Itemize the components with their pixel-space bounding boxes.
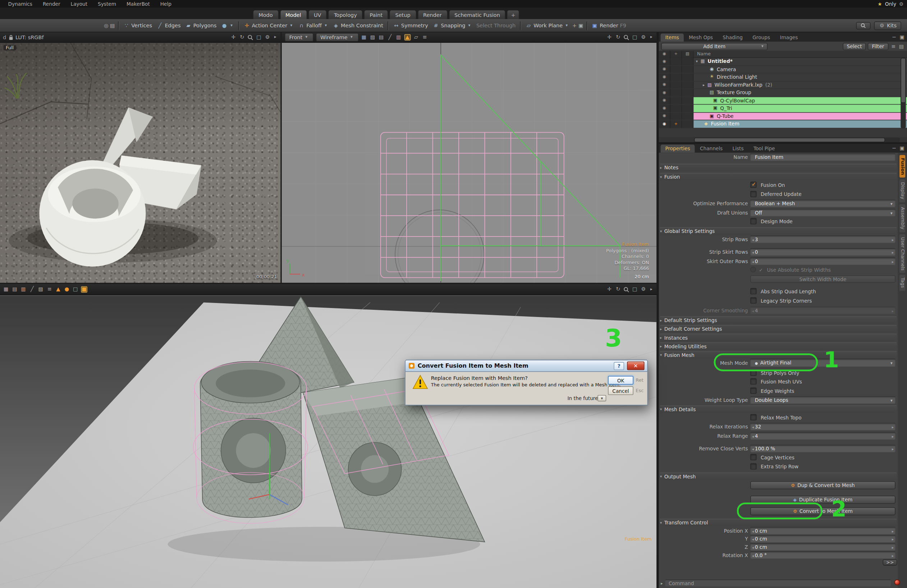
viewport-options-icon[interactable] — [640, 286, 647, 293]
perspective-viewport[interactable] — [0, 295, 657, 588]
panel-menu-icon[interactable] — [899, 145, 905, 152]
expander-icon[interactable] — [703, 83, 705, 87]
menu-system[interactable]: System — [93, 1, 121, 6]
item-label[interactable]: Directional Light — [717, 74, 757, 80]
ghost-mode-icon[interactable] — [64, 286, 70, 293]
command-expand-icon[interactable] — [659, 580, 664, 587]
collapse-icon[interactable] — [649, 34, 654, 41]
dialog-close-button[interactable] — [627, 362, 644, 370]
warning-toggle-icon[interactable] — [55, 286, 61, 293]
menu-render[interactable]: Render — [38, 1, 65, 6]
lut-label[interactable]: LUT: sRGBf — [16, 35, 44, 40]
design-mode-checkbox[interactable] — [750, 218, 757, 224]
list-style-icon[interactable] — [898, 43, 905, 50]
render-preview-viewport[interactable]: Full 00:00:21 — [0, 43, 280, 283]
position-x-field[interactable]: 0 cm — [750, 527, 896, 534]
edges-mode-button[interactable]: Edges — [154, 22, 183, 29]
pan-icon[interactable] — [230, 34, 237, 41]
section-notes[interactable]: Notes — [660, 163, 897, 171]
orbit-icon[interactable] — [239, 34, 245, 41]
lock-icon[interactable] — [9, 35, 13, 40]
table-row[interactable]: Untitled* — [659, 58, 907, 66]
side-tab-user-channels[interactable]: User Channels — [899, 234, 905, 273]
command-input[interactable]: Command — [665, 579, 891, 586]
viewport-toggle-icon[interactable] — [29, 286, 35, 293]
abs-quad-checkbox[interactable] — [750, 288, 757, 294]
item-label[interactable]: Q-CylBowlCap — [720, 98, 755, 104]
item-mode-icon[interactable] — [103, 22, 109, 29]
remove-close-field[interactable]: 100.0 % — [750, 445, 896, 452]
edit-icon[interactable] — [684, 51, 691, 58]
tab-groups[interactable]: Groups — [748, 34, 775, 42]
dialog-help-button[interactable]: ? — [614, 362, 624, 370]
viewport-splitter[interactable] — [280, 32, 282, 283]
use-abs-radio[interactable] — [750, 267, 756, 272]
viewport-toggle-icon[interactable] — [370, 34, 376, 41]
shading-mode-dropdown[interactable]: Wireframe — [316, 33, 358, 42]
viewport-toggle-icon[interactable] — [396, 34, 402, 41]
eye-icon[interactable] — [661, 51, 668, 58]
viewport-splitter[interactable] — [0, 283, 657, 284]
visibility-eye-icon[interactable] — [661, 105, 668, 111]
snapping-button[interactable]: Snapping — [430, 22, 474, 29]
visibility-eye-icon[interactable] — [661, 82, 668, 88]
menu-makerbot[interactable]: MakerBot — [122, 1, 155, 6]
viewport-toggle-icon[interactable] — [422, 34, 428, 41]
section-mesh-details[interactable]: Mesh Details — [660, 405, 897, 413]
section-default-strip[interactable]: Default Strip Settings — [660, 316, 897, 324]
scrollbar-handle[interactable] — [901, 58, 905, 103]
table-row[interactable]: Texture Group — [659, 89, 907, 97]
menu-dynamics[interactable]: Dynamics — [3, 1, 37, 6]
filter-button[interactable]: Filter — [868, 42, 889, 50]
add-tab-button[interactable]: + — [507, 10, 519, 19]
orbit-icon[interactable] — [615, 34, 621, 41]
viewport-toggle-icon[interactable] — [378, 34, 385, 41]
fusion-mesh-uvs-checkbox[interactable] — [750, 378, 757, 385]
falloff-button[interactable]: Falloff — [296, 22, 330, 29]
visibility-eye-icon[interactable] — [661, 90, 668, 96]
table-row[interactable]: Q_Tri — [659, 104, 907, 112]
name-field[interactable]: Fusion Item — [750, 153, 896, 161]
viewport-toggle-icon[interactable] — [413, 34, 419, 41]
edge-weights-checkbox[interactable] — [750, 388, 757, 394]
pan-icon[interactable] — [606, 286, 612, 293]
viewport-toggle-icon[interactable] — [20, 286, 27, 293]
menu-layout[interactable]: Layout — [66, 1, 92, 6]
active-overlay-icon[interactable] — [81, 286, 87, 293]
tab-modo[interactable]: Modo — [253, 10, 279, 19]
tab-images[interactable]: Images — [776, 34, 803, 42]
strip-skirt-field[interactable]: 0 — [750, 248, 896, 256]
relax-iterations-field[interactable]: 32 — [750, 423, 896, 430]
section-modeling-utilities[interactable]: Modeling Utilities — [660, 343, 897, 350]
section-global-strip[interactable]: Global Strip Settings — [660, 227, 897, 235]
item-label[interactable]: Q_Tri — [720, 105, 732, 111]
item-selection-button[interactable] — [219, 22, 236, 29]
maximize-icon[interactable] — [631, 286, 638, 293]
tab-properties[interactable]: Properties — [661, 144, 695, 153]
fusion-on-checkbox[interactable] — [750, 181, 757, 188]
crosshair-icon[interactable] — [571, 22, 578, 29]
section-instances[interactable]: Instances — [660, 333, 897, 341]
side-tab-tags[interactable]: Tags — [899, 275, 905, 291]
zoom-icon[interactable] — [624, 35, 630, 40]
plus-icon[interactable] — [673, 51, 679, 58]
item-label[interactable]: Untitled* — [707, 59, 732, 64]
weight-loop-dropdown[interactable]: Double Loops — [750, 396, 896, 404]
visibility-eye-icon[interactable] — [661, 113, 668, 119]
extra-strip-checkbox[interactable] — [750, 463, 757, 470]
legacy-corners-checkbox[interactable] — [750, 297, 757, 304]
only-toggle[interactable]: Only — [885, 1, 896, 6]
tab-render[interactable]: Render — [417, 10, 447, 19]
section-fusion[interactable]: Fusion — [660, 173, 897, 180]
action-center-button[interactable]: Action Center — [241, 22, 296, 29]
item-label[interactable]: Q-Tube — [717, 113, 734, 119]
tab-shading[interactable]: Shading — [718, 34, 747, 42]
table-row[interactable]: Camera — [659, 66, 907, 74]
section-default-corner[interactable]: Default Corner Settings — [660, 325, 897, 332]
rotation-x-field[interactable]: 0.0 ° — [750, 551, 896, 559]
cancel-button[interactable]: Cancel — [608, 386, 633, 395]
pan-icon[interactable] — [606, 34, 612, 41]
tab-uv[interactable]: UV — [308, 10, 327, 19]
collapse-panel-icon[interactable] — [891, 145, 897, 152]
item-label[interactable]: Fusion Item — [711, 121, 739, 127]
